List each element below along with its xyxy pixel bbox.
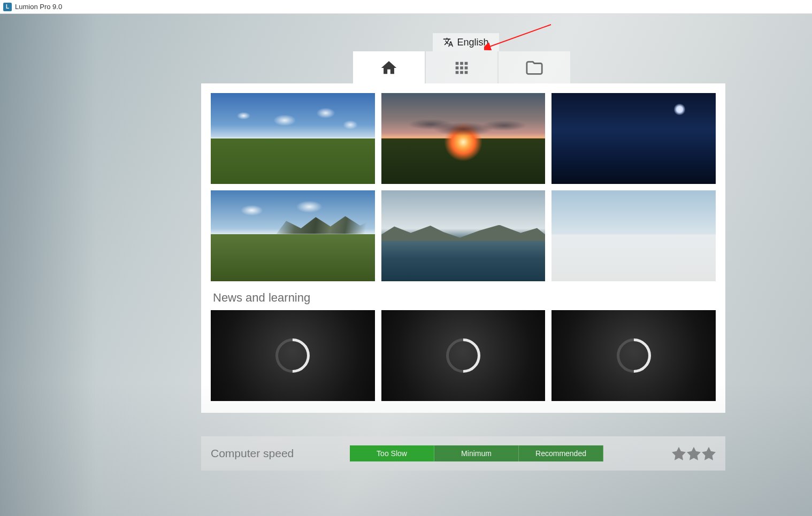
workspace-background: English News and learning bbox=[0, 14, 812, 516]
app-icon: L bbox=[3, 3, 12, 11]
star-icon bbox=[687, 446, 701, 460]
scene-thumb-night[interactable] bbox=[551, 93, 716, 184]
translate-icon bbox=[443, 37, 454, 48]
computer-speed-label: Computer speed bbox=[211, 447, 339, 460]
news-card[interactable] bbox=[551, 310, 716, 401]
folder-icon bbox=[525, 59, 543, 77]
speed-chip-too-slow: Too Slow bbox=[350, 445, 434, 461]
news-card[interactable] bbox=[211, 310, 375, 401]
benchmark-footer: Computer speed Too Slow Minimum Recommen… bbox=[201, 436, 725, 471]
star-icon bbox=[672, 446, 686, 460]
tab-open[interactable] bbox=[499, 51, 570, 84]
language-label: English bbox=[457, 37, 488, 48]
scene-thumb-lake[interactable] bbox=[381, 190, 546, 281]
tab-examples[interactable] bbox=[426, 51, 497, 84]
news-grid bbox=[211, 310, 716, 401]
loading-spinner-icon bbox=[609, 332, 658, 380]
home-icon bbox=[380, 59, 398, 77]
grid-icon bbox=[453, 59, 471, 77]
scene-thumb-sunset[interactable] bbox=[381, 93, 546, 184]
home-panel: News and learning bbox=[201, 83, 725, 413]
star-icon bbox=[702, 446, 716, 460]
speed-chip-minimum: Minimum bbox=[434, 445, 519, 461]
window-titlebar: L Lumion Pro 9.0 bbox=[0, 0, 812, 14]
news-card[interactable] bbox=[381, 310, 546, 401]
scene-grid bbox=[211, 93, 716, 281]
speed-indicator: Too Slow Minimum Recommended bbox=[350, 445, 603, 461]
scene-thumb-mountain[interactable] bbox=[211, 190, 375, 281]
tab-home[interactable] bbox=[353, 51, 425, 84]
news-section-title: News and learning bbox=[213, 291, 716, 305]
scene-thumb-plain[interactable] bbox=[551, 190, 716, 281]
language-selector[interactable]: English bbox=[433, 33, 499, 51]
scene-thumb-day[interactable] bbox=[211, 93, 375, 184]
app-title: Lumion Pro 9.0 bbox=[15, 3, 62, 11]
main-tabs bbox=[353, 51, 570, 84]
loading-spinner-icon bbox=[439, 332, 488, 380]
loading-spinner-icon bbox=[269, 332, 317, 380]
speed-chip-recommended: Recommended bbox=[519, 445, 603, 461]
rating-stars bbox=[672, 446, 716, 460]
